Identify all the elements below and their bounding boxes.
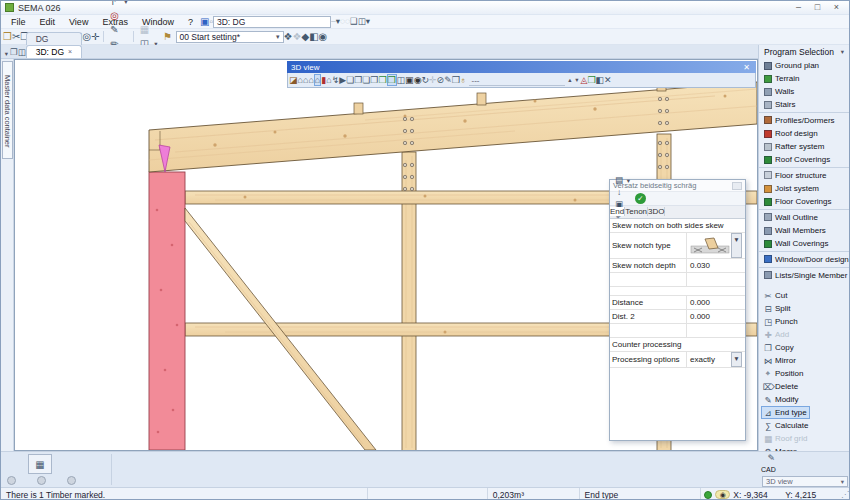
open-icon[interactable]: ❒ — [3, 31, 12, 42]
gem-icon[interactable]: ◆ — [301, 31, 309, 42]
lamp-icon[interactable]: ♁ — [460, 75, 467, 85]
command-calculate[interactable]: ∑ Calculate — [761, 419, 810, 432]
tab-list-caret-icon[interactable]: ▾ — [3, 50, 10, 58]
sidebar-item-wall-members[interactable]: Wall Members — [759, 224, 850, 237]
sidebar-item-terrain[interactable]: Terrain — [759, 72, 850, 85]
sidebar-item-wall-outline[interactable]: Wall Outline — [759, 209, 850, 224]
menu-view[interactable]: View — [62, 17, 95, 27]
command-modify[interactable]: ✎ Modify — [761, 393, 810, 406]
container-dot-1[interactable] — [7, 476, 16, 485]
pen-icon[interactable]: ✎ — [107, 23, 130, 37]
dialog-system-button[interactable] — [732, 182, 742, 190]
view-mode-select[interactable]: 3D view ▾ — [762, 476, 848, 487]
window-layout-icon[interactable]: ◫ — [358, 16, 366, 26]
processing-options-dropdown-icon[interactable]: ▼ — [731, 352, 742, 367]
iso-frame-icon[interactable]: ❒ — [387, 74, 397, 86]
visibility-eye-icon[interactable]: ◉ — [715, 490, 730, 499]
command-roof-grid[interactable]: ▦ Roof grid — [761, 432, 810, 445]
container-dot-2[interactable] — [37, 476, 46, 485]
3d-view-toolbar-titlebar[interactable]: 3D view ✕ — [287, 61, 756, 73]
section-view-icon[interactable]: ◫ — [397, 75, 406, 85]
export-menu-icon[interactable]: ↱▾ — [107, 0, 130, 9]
close-button[interactable]: × — [828, 2, 845, 13]
command-cut[interactable]: ✂ Cut — [761, 289, 810, 302]
orbit-icon[interactable]: ↻ — [421, 75, 429, 85]
print-view-icon[interactable]: ❑ — [350, 16, 358, 26]
side-panel-icon[interactable]: ◧ — [309, 31, 318, 42]
container-dot-3[interactable] — [67, 476, 76, 485]
tab-close-icon[interactable]: × — [68, 46, 72, 58]
pan-icon[interactable]: ✛ — [91, 31, 99, 42]
target-icon[interactable]: ◎ — [107, 9, 130, 23]
tab-3d-dg[interactable]: 3D: DG× — [26, 45, 82, 58]
command-position[interactable]: ⌖ Position — [761, 367, 810, 380]
sidebar-item-roof-design[interactable]: Roof design — [759, 127, 850, 140]
spin-down-icon[interactable]: ▾ — [574, 76, 581, 84]
command-mirror[interactable]: ⋈ Mirror — [761, 354, 810, 367]
tab-dg[interactable]: DG — [26, 32, 82, 45]
dialog-tab-end[interactable]: End — [610, 207, 625, 216]
sidebar-item-stairs[interactable]: Stairs — [759, 98, 850, 111]
dist2-input[interactable]: 0.000 — [686, 310, 745, 323]
sidebar-item-window-door-design[interactable]: Window/Door design — [759, 251, 850, 266]
camera-icon[interactable]: ▣ — [405, 75, 414, 85]
view-selector-combo[interactable]: 3D: DG — [213, 16, 331, 28]
dialog-ok-icon[interactable]: ✓ — [635, 193, 646, 204]
binoculars-icon[interactable]: ◉ — [319, 31, 328, 42]
start-setting-combo[interactable]: 00 Start setting* ▾ — [176, 31, 284, 43]
master-data-container-tab[interactable]: Master data container — [2, 61, 13, 159]
menu-help[interactable]: ? — [181, 17, 200, 27]
sidebar-item-wall-coverings[interactable]: Wall Coverings — [759, 237, 850, 250]
measure-icon[interactable]: ✛ — [429, 75, 437, 85]
spin-up-icon[interactable]: ▴ — [567, 76, 574, 84]
command-add[interactable]: ✚ Add — [761, 328, 810, 341]
layout-caret-icon[interactable]: ▾ — [366, 16, 370, 26]
selected-timber-post[interactable] — [149, 172, 185, 450]
sidebar-item-walls[interactable]: Walls — [759, 85, 850, 98]
maximize-button[interactable]: □ — [809, 2, 826, 13]
paint-view-icon[interactable]: ◪ — [289, 75, 298, 85]
sidebar-item-floor-structure[interactable]: Floor structure — [759, 167, 850, 182]
zoom-icon[interactable]: ◎ — [82, 31, 91, 42]
fetch-icon[interactable]: ↓ — [613, 187, 632, 199]
skew-notch-type-value[interactable]: ▼ — [686, 233, 745, 258]
command-end-type[interactable]: ⊿ End type — [761, 406, 810, 419]
dialog-tab-3do[interactable]: 3DO — [648, 207, 665, 216]
sidebar-item-rafter-system[interactable]: Rafter system — [759, 140, 850, 153]
sidebar-item-ground-plan[interactable]: Ground plan — [759, 59, 850, 72]
sidebar-item-profiles-dormers[interactable]: Profiles/Dormers — [759, 112, 850, 127]
notch-type-dropdown-icon[interactable]: ▼ — [731, 233, 742, 258]
float-window-icon[interactable]: ❐ — [10, 47, 18, 57]
sidebar-item-roof-coverings[interactable]: Roof Coverings — [759, 153, 850, 166]
skew-notch-depth-input[interactable]: 0.030 — [686, 259, 745, 272]
house-roof-icon[interactable]: ⌂ — [308, 75, 313, 85]
panel-small-icon[interactable]: ◧ — [596, 75, 605, 85]
command-delete[interactable]: ⌦ Delete — [761, 380, 810, 393]
command-punch[interactable]: ◳ Punch — [761, 315, 810, 328]
program-selection-header[interactable]: Program Selection ▾ — [759, 45, 850, 59]
menu-file[interactable]: File — [4, 17, 33, 27]
container-slot-icon[interactable]: ▦ — [28, 454, 52, 474]
tile-window-icon[interactable]: ◫ — [18, 47, 26, 57]
processing-options-select[interactable]: exactly ▼ — [686, 352, 745, 367]
command-copy[interactable]: ❐ Copy — [761, 341, 810, 354]
sidebar-item-floor-coverings[interactable]: Floor Coverings — [759, 195, 850, 208]
sidebar-item-joist-system[interactable]: Joist system — [759, 182, 850, 195]
mode-cad[interactable]: ✎ CAD — [761, 453, 782, 473]
menu-edit[interactable]: Edit — [33, 17, 63, 27]
sidebar-item-lists-single-member[interactable]: Lists/Single Member — [759, 267, 850, 282]
dialog-tab-tenon[interactable]: Tenon — [625, 207, 648, 216]
cube-small-icon[interactable]: ❒ — [587, 75, 595, 85]
resize-grip[interactable]: ⋰ — [841, 490, 849, 499]
grid-icon[interactable]: ▦ — [137, 23, 160, 37]
minimize-button[interactable]: – — [790, 2, 807, 13]
iso-nw-icon[interactable]: ❏ — [346, 75, 354, 85]
transparent-icon[interactable]: ⊘ — [437, 75, 445, 85]
close-row-icon[interactable]: ✕ — [604, 75, 612, 85]
3d-toolbar-close-icon[interactable]: ✕ — [741, 63, 752, 72]
profile-menu-icon[interactable]: ▤▾ — [613, 175, 632, 187]
command-split[interactable]: ⊟ Split — [761, 302, 810, 315]
empty-cell[interactable] — [686, 324, 745, 337]
empty-cell[interactable] — [686, 273, 745, 286]
cube-3d-icon[interactable]: ❒ — [452, 75, 460, 85]
